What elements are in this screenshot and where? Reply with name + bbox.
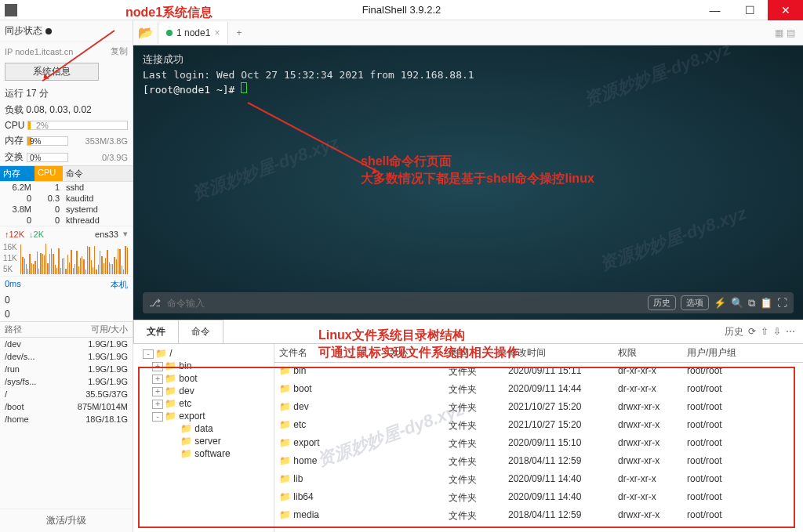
path-row[interactable]: /run1.9G/1.9G xyxy=(0,363,133,375)
col-mem[interactable]: 内存 xyxy=(0,166,35,181)
tree-root[interactable]: / xyxy=(169,348,172,359)
tree-node[interactable]: +📁 etc xyxy=(136,397,271,410)
add-tab-button[interactable]: + xyxy=(228,27,249,38)
process-row[interactable]: 6.2M1sshd xyxy=(0,182,133,193)
copy-ip-button[interactable]: 复制 xyxy=(111,45,128,57)
grid-icon[interactable]: ▦ xyxy=(775,27,783,38)
col-filetype[interactable]: 类型 xyxy=(444,344,503,362)
expand-icon[interactable]: - xyxy=(152,412,163,422)
col-owner[interactable]: 用户/用户组 xyxy=(682,344,803,362)
view-mode-icons[interactable]: ▦ ▤ xyxy=(767,27,803,38)
folder-icon: 📁 xyxy=(180,436,192,447)
download-icon[interactable]: ⇩ xyxy=(773,326,781,337)
cpu-metric: CPU 2% xyxy=(0,118,133,132)
close-button[interactable]: ✕ xyxy=(768,0,803,20)
col-perm[interactable]: 权限 xyxy=(613,344,682,362)
tree-node[interactable]: +📁 boot xyxy=(136,372,271,385)
tree-node[interactable]: +📁 dev xyxy=(136,385,271,397)
file-row[interactable]: 📁 etc 文件夹 2021/10/27 15:20 drwxr-xr-x ro… xyxy=(274,417,803,435)
prompt-icon: ⎇ xyxy=(149,297,161,309)
upload-icon[interactable]: ⇧ xyxy=(761,326,768,337)
ip-text: IP node1.itcast.cn xyxy=(5,47,73,56)
process-row[interactable]: 3.8M0systemd xyxy=(0,204,133,215)
path-row[interactable]: /home18G/18.1G xyxy=(0,413,133,425)
load-text: 负载 0.08, 0.03, 0.02 xyxy=(0,102,133,118)
col-cpu[interactable]: CPU xyxy=(35,166,63,181)
col-path[interactable]: 路径 xyxy=(0,322,47,337)
chevron-down-icon[interactable]: ▾ xyxy=(123,229,128,239)
folder-icon: 📁 xyxy=(279,419,291,430)
expand-icon[interactable]: - xyxy=(143,349,154,359)
folder-icon: 📁 xyxy=(279,455,291,466)
file-row[interactable]: 📁 export 文件夹 2020/09/11 15:10 drwxr-xr-x… xyxy=(274,435,803,453)
paste-icon[interactable]: 📋 xyxy=(760,297,772,309)
split-icon[interactable]: ▤ xyxy=(787,27,795,38)
process-row[interactable]: 00.3kauditd xyxy=(0,193,133,204)
col-filesize[interactable]: 大小 xyxy=(384,344,444,362)
system-info-button[interactable]: 系统信息 xyxy=(5,63,99,81)
session-tab[interactable]: 1 node1 × xyxy=(158,22,228,44)
tab-close-icon[interactable]: × xyxy=(214,27,220,38)
col-modtime[interactable]: 修改时间 xyxy=(503,344,613,362)
folder-icon: 📁 xyxy=(165,360,176,371)
more-icon[interactable]: ⋯ xyxy=(786,326,795,337)
process-list: 6.2M1sshd 00.3kauditd 3.8M0systemd 00kth… xyxy=(0,182,133,226)
file-list[interactable]: 文件名 大小 类型 修改时间 权限 用户/用户组 📁 bin 文件夹 2020/… xyxy=(274,344,803,532)
mem-bar: 9% xyxy=(27,136,68,146)
activate-link[interactable]: 激活/升级 xyxy=(0,508,133,532)
file-row[interactable]: 📁 lib64 文件夹 2020/09/11 14:40 dr-xr-xr-x … xyxy=(274,489,803,507)
path-row[interactable]: /dev/s...1.9G/1.9G xyxy=(0,350,133,363)
minimize-button[interactable]: — xyxy=(697,0,732,20)
tab-cmd[interactable]: 命令 xyxy=(178,320,223,343)
tree-node[interactable]: 📁 data xyxy=(136,422,271,435)
status-dot-icon xyxy=(166,30,173,36)
expand-icon[interactable]: + xyxy=(152,375,163,384)
history-button[interactable]: 历史 xyxy=(648,295,676,310)
tree-node[interactable]: 📁 software xyxy=(136,447,271,460)
file-row[interactable]: 📁 bin 文件夹 2020/09/11 15:11 dr-xr-xr-x ro… xyxy=(274,363,803,381)
bottom-tabs: 文件 命令 历史 ⟳ ⇧ ⇩ ⋯ xyxy=(133,320,803,344)
tree-node[interactable]: -📁 export xyxy=(136,410,271,422)
path-row[interactable]: /35.5G/37G xyxy=(0,388,133,400)
options-button[interactable]: 选项 xyxy=(681,295,709,310)
net-up: ↑12K xyxy=(5,230,24,239)
col-psize[interactable]: 可用/大小 xyxy=(47,322,133,337)
terminal[interactable]: 连接成功 Last login: Wed Oct 27 15:32:34 202… xyxy=(133,45,803,320)
tree-node[interactable]: 📁 server xyxy=(136,435,271,447)
net-down: ↓2K xyxy=(29,230,44,239)
uptime-text: 运行 17 分 xyxy=(0,85,133,102)
command-input[interactable] xyxy=(167,298,641,309)
path-row[interactable]: /sys/fs...1.9G/1.9G xyxy=(0,375,133,388)
copy-icon[interactable]: ⧉ xyxy=(748,297,755,309)
tree-node[interactable]: +📁 bin xyxy=(136,360,271,372)
history-label[interactable]: 历史 xyxy=(725,325,743,338)
fullscreen-icon[interactable]: ⛶ xyxy=(777,297,787,309)
file-row[interactable]: 📁 media 文件夹 2018/04/11 12:59 drwxr-xr-x … xyxy=(274,507,803,525)
file-row[interactable]: 📁 boot 文件夹 2020/09/11 14:44 dr-xr-xr-x r… xyxy=(274,381,803,399)
tab-file[interactable]: 文件 xyxy=(133,320,179,343)
file-tree[interactable]: -📁 / +📁 bin+📁 boot+📁 dev+📁 etc-📁 export📁… xyxy=(133,344,274,532)
titlebar: FinalShell 3.9.2.2 — ☐ ✕ xyxy=(0,0,803,20)
file-row[interactable]: 📁 lib 文件夹 2020/09/11 14:40 dr-xr-xr-x ro… xyxy=(274,471,803,489)
expand-icon[interactable]: + xyxy=(152,400,163,409)
file-row[interactable]: 📁 home 文件夹 2018/04/11 12:59 drwxr-xr-x r… xyxy=(274,453,803,471)
folder-icon: 📁 xyxy=(279,509,291,520)
sync-status: 同步状态 xyxy=(0,20,133,42)
expand-icon[interactable]: + xyxy=(152,362,163,371)
search-icon[interactable]: 🔍 xyxy=(731,297,743,309)
tabbar: 📂 1 node1 × + ▦ ▤ xyxy=(133,20,803,45)
bolt-icon[interactable]: ⚡ xyxy=(714,297,726,309)
col-cmd[interactable]: 命令 xyxy=(63,166,133,181)
maximize-button[interactable]: ☐ xyxy=(732,0,768,20)
refresh-icon[interactable]: ⟳ xyxy=(748,326,756,337)
path-header: 路径 可用/大小 xyxy=(0,322,133,338)
expand-icon[interactable]: + xyxy=(152,387,163,396)
tab-label: 1 node1 xyxy=(176,27,210,38)
process-row[interactable]: 00kthreadd xyxy=(0,215,133,226)
sidebar: 同步状态 IP node1.itcast.cn 复制 系统信息 运行 17 分 … xyxy=(0,20,133,532)
col-filename[interactable]: 文件名 xyxy=(274,344,384,362)
file-row[interactable]: 📁 dev 文件夹 2021/10/27 15:20 drwxr-xr-x ro… xyxy=(274,399,803,417)
path-row[interactable]: /dev1.9G/1.9G xyxy=(0,338,133,350)
path-row[interactable]: /boot875M/1014M xyxy=(0,400,133,413)
folder-open-icon[interactable]: 📂 xyxy=(133,22,158,44)
